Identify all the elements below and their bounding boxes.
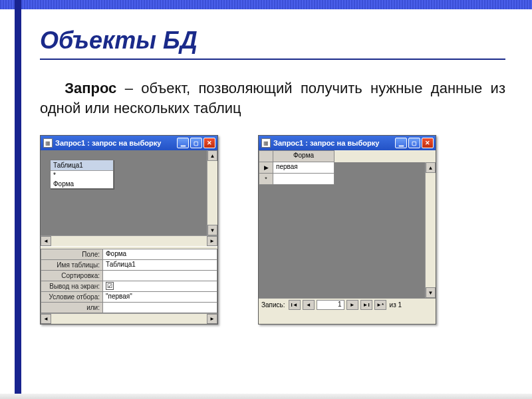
maximize-button[interactable] (408, 138, 420, 148)
label-or: или: (41, 303, 103, 313)
label-table: Имя таблицы: (41, 260, 103, 271)
close-button[interactable] (203, 138, 215, 148)
minimize-button[interactable] (177, 138, 189, 148)
window-icon: ▦ (261, 138, 271, 148)
window-query-design: ▦ Запрос1 : запрос на выборку Таблица1 *… (40, 135, 218, 325)
nav-total: из 1 (390, 301, 402, 309)
scroll-right-icon[interactable]: ► (207, 314, 217, 324)
screenshots-row: ▦ Запрос1 : запрос на выборку Таблица1 *… (40, 135, 505, 325)
row-selector-header[interactable] (259, 150, 273, 162)
scroll-left-icon[interactable]: ◄ (41, 236, 51, 246)
slide-bottom-shadow (0, 394, 532, 399)
nav-first-button[interactable]: I◄ (289, 300, 301, 310)
table-row[interactable]: * (259, 174, 436, 185)
table-field[interactable]: Форма (51, 180, 113, 188)
record-navigator: Запись: I◄ ◄ 1 ► ►I ►* из 1 (259, 298, 436, 311)
label-show: Вывод на экран: (41, 281, 103, 292)
vertical-scrollbar[interactable]: ▲ ▼ (425, 162, 436, 298)
datasheet-body: ▶ первая * ▲ ▼ (259, 162, 436, 298)
table-card-caption: Таблица1 (51, 160, 113, 171)
label-field: Поле: (41, 249, 103, 260)
scroll-track[interactable] (51, 314, 207, 324)
label-criteria: Условие отбора: (41, 292, 103, 303)
scroll-track[interactable] (51, 236, 207, 246)
minimize-button[interactable] (395, 138, 407, 148)
window-query-datasheet: ▦ Запрос1 : запрос на выборку Форма ▶ пе… (258, 135, 436, 325)
design-grid-pane: Поле: Форма Имя таблицы: Таблица1 Сортир… (41, 249, 217, 324)
nav-prev-button[interactable]: ◄ (303, 300, 315, 310)
definition-term: Запрос (65, 80, 116, 96)
window-title: Запрос1 : запрос на выборку (55, 139, 176, 147)
cell-table[interactable]: Таблица1 (103, 260, 217, 271)
nav-last-button[interactable]: ►I (360, 300, 372, 310)
table-field[interactable]: * (51, 171, 113, 180)
slide-left-accent (15, 0, 21, 399)
cell-criteria[interactable]: "первая" (103, 292, 217, 303)
cell-show[interactable]: ☑ (103, 281, 217, 292)
window-title: Запрос1 : запрос на выборку (273, 139, 394, 147)
scroll-right-icon[interactable]: ► (207, 236, 217, 246)
maximize-button[interactable] (190, 138, 202, 148)
table-card[interactable]: Таблица1 * Форма (50, 160, 114, 189)
cell-value[interactable]: первая (273, 162, 334, 174)
cell-sort[interactable] (103, 271, 217, 281)
show-checkbox[interactable]: ☑ (106, 282, 114, 290)
column-header[interactable]: Форма (273, 150, 334, 162)
vertical-scrollbar[interactable]: ▲ ▼ (207, 150, 217, 235)
query-design-grid: Поле: Форма Имя таблицы: Таблица1 Сортир… (41, 249, 217, 313)
slide-content: Объекты БД Запрос – объект, позволяющий … (40, 27, 505, 325)
nav-label: Запись: (261, 301, 285, 309)
titlebar[interactable]: ▦ Запрос1 : запрос на выборку (259, 136, 436, 150)
definition-paragraph: Запрос – объект, позволяющий получить ну… (40, 78, 505, 118)
slide-title: Объекты БД (40, 27, 505, 60)
row-marker-new-icon[interactable]: * (259, 174, 273, 185)
datasheet-header: Форма (259, 150, 436, 162)
cell-value[interactable] (273, 174, 334, 185)
horizontal-scrollbar[interactable]: ◄ ► (41, 235, 217, 246)
window-icon: ▦ (43, 138, 53, 148)
nav-new-button[interactable]: ►* (374, 300, 386, 310)
close-button[interactable] (422, 138, 434, 148)
design-upper-pane: Таблица1 * Форма ▲ ▼ (41, 150, 217, 235)
cell-field[interactable]: Форма (103, 249, 217, 260)
row-marker-current-icon[interactable]: ▶ (259, 162, 273, 174)
cell-or[interactable] (103, 303, 217, 313)
titlebar[interactable]: ▦ Запрос1 : запрос на выборку (41, 136, 217, 150)
scroll-up-icon[interactable]: ▲ (426, 162, 436, 173)
label-sort: Сортировка: (41, 271, 103, 281)
table-row[interactable]: ▶ первая (259, 162, 436, 174)
scroll-up-icon[interactable]: ▲ (207, 150, 217, 161)
horizontal-scrollbar[interactable]: ◄ ► (41, 313, 217, 324)
slide-top-accent (0, 0, 532, 9)
nav-record-input[interactable]: 1 (317, 300, 344, 310)
scroll-left-icon[interactable]: ◄ (41, 314, 51, 324)
scroll-down-icon[interactable]: ▼ (426, 287, 436, 298)
nav-next-button[interactable]: ► (346, 300, 358, 310)
scroll-down-icon[interactable]: ▼ (207, 225, 217, 235)
